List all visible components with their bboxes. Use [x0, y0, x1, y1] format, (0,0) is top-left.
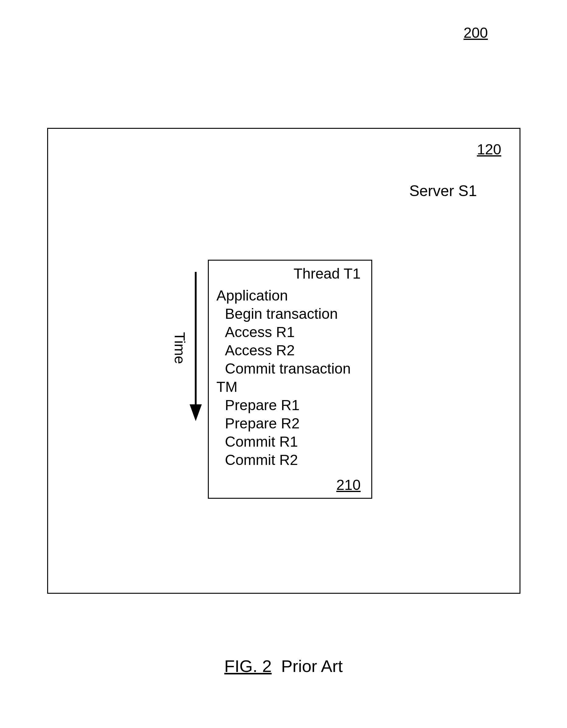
step-begin-transaction: Begin transaction [217, 305, 350, 323]
step-commit-transaction: Commit transaction [217, 360, 350, 378]
arrow-down-icon [190, 404, 202, 421]
figure-number: FIG. 2 [224, 656, 272, 676]
server-ref-120: 120 [477, 141, 501, 158]
thread-box: Thread T1 Application Begin transaction … [208, 260, 372, 499]
thread-steps: Application Begin transaction Access R1 … [217, 287, 350, 469]
figure-ref-200: 200 [463, 24, 488, 41]
step-access-r1: Access R1 [217, 323, 350, 341]
step-commit-r2: Commit R2 [217, 451, 350, 469]
figure-text: Prior Art [281, 656, 343, 676]
time-axis: Time [173, 272, 203, 424]
figure-caption: FIG. 2 Prior Art [0, 656, 567, 676]
arrow-line [195, 272, 197, 410]
step-group-application: Application [217, 287, 350, 305]
step-group-tm: TM [217, 378, 350, 396]
thread-title: Thread T1 [293, 265, 361, 282]
step-access-r2: Access R2 [217, 341, 350, 360]
step-prepare-r2: Prepare R2 [217, 414, 350, 433]
server-label: Server S1 [409, 182, 477, 200]
server-box: 120 Server S1 Time Thread T1 Application… [47, 128, 520, 594]
time-axis-label: Time [171, 332, 188, 364]
step-commit-r1: Commit R1 [217, 433, 350, 451]
thread-ref-210: 210 [336, 477, 361, 493]
step-prepare-r1: Prepare R1 [217, 396, 350, 414]
